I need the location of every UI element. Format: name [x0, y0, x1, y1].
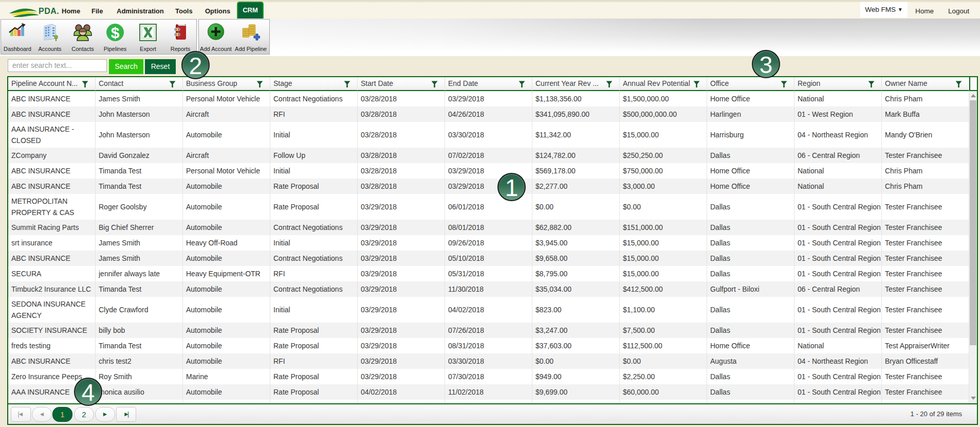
svg-text:$: $ — [111, 24, 120, 41]
